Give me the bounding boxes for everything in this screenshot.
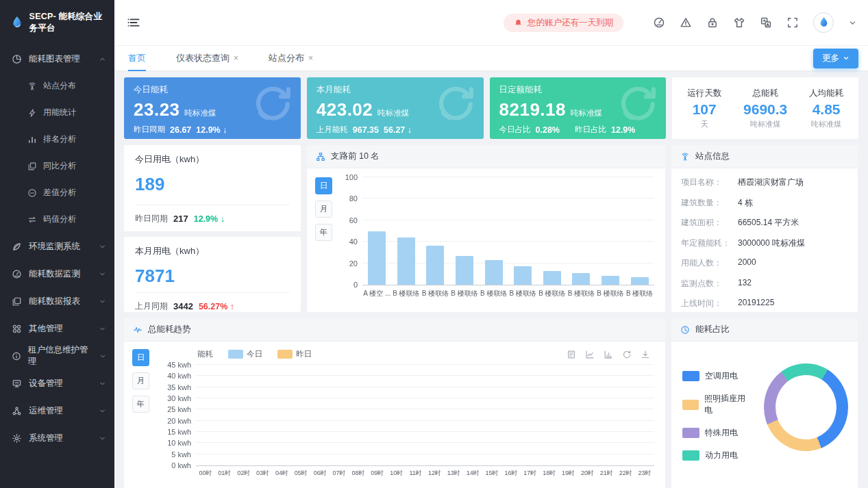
sidebar-item-energy-data-monitoring[interactable]: 能耗数据监测 (0, 260, 114, 287)
kpi-value: 23.23 (134, 99, 180, 120)
line-chart-icon[interactable] (585, 350, 595, 359)
bar[interactable] (602, 276, 619, 285)
sidebar-item-station-distribution[interactable]: 站点分布 (0, 73, 114, 99)
data-view-icon[interactable] (567, 350, 576, 359)
bar[interactable] (397, 237, 415, 285)
bar[interactable] (543, 271, 561, 285)
x-tick-label: 01时 (215, 469, 234, 478)
trend-up-arrow: ↑ (230, 302, 234, 311)
sidebar-item-ops-management[interactable]: 运维管理 (0, 397, 114, 424)
stat-value: 107 (687, 101, 721, 118)
refresh-icon[interactable] (622, 350, 632, 359)
x-tick-label: 08时 (349, 469, 368, 478)
app-title: SECP- 能耗综合业务平台 (29, 11, 108, 34)
bar-chart-icon[interactable] (604, 350, 613, 359)
sidebar-item-tenant-info[interactable]: 租户信息维护管理 (0, 342, 114, 370)
sidebar-item-energy-stats[interactable]: 用能统计 (0, 99, 114, 126)
chevron-down-icon[interactable] (848, 18, 857, 27)
y-tick-label: 30 kwh (167, 394, 196, 402)
month-electricity-card: 本月用电（kwh） 7871 上月同期344256.27% ↑ (124, 237, 301, 312)
branch-x-labels: A 楼空 ...B 楼联络B 楼联络B 楼联络B 楼联络B 楼联络B 楼联络B … (362, 289, 654, 298)
info-label: 年定额能耗： (681, 237, 738, 249)
chevron-down-icon (99, 352, 106, 360)
legend-lighting[interactable]: 照明插座用电 (682, 393, 752, 416)
collapse-menu-icon[interactable] (127, 16, 140, 29)
sidebar-item-code-analysis[interactable]: 码值分析 (0, 206, 114, 233)
legend-hvac[interactable]: 空调用电 (682, 370, 752, 382)
kpi-value: 8219.18 (499, 99, 566, 120)
x-tick-label: 21时 (597, 469, 616, 478)
sidebar-item-label: 设备管理 (29, 378, 63, 389)
monitor-icon (12, 378, 22, 389)
sub-label: 昨日同期 (135, 213, 168, 224)
x-tick-label: 18时 (540, 469, 559, 478)
x-tick-label: 05时 (291, 469, 310, 478)
info-value: 2000 (738, 257, 756, 269)
summary-stats-card: 运行天数 107 天 总能耗 9690.3 吨标准煤 人均能耗 4.85 吨标准… (672, 77, 858, 139)
toggle-month[interactable]: 月 (132, 372, 149, 389)
bar[interactable] (368, 231, 386, 285)
legend-special[interactable]: 特殊用电 (682, 427, 752, 439)
dashboard-icon[interactable] (653, 16, 665, 29)
sidebar-item-energy-reports[interactable]: 能耗数据报表 (0, 287, 114, 315)
download-icon[interactable] (641, 350, 650, 359)
legend-yesterday[interactable]: 昨日 (277, 349, 312, 359)
bar[interactable] (572, 273, 590, 285)
more-button[interactable]: 更多 (813, 49, 858, 68)
station-info-row: 项目名称：栖霞湖滨财富广场 (681, 177, 848, 188)
account-expiry-notice[interactable]: 您的账户还有一天到期 (504, 14, 623, 32)
bar[interactable] (485, 260, 503, 285)
bar[interactable] (426, 246, 444, 285)
toggle-day[interactable]: 日 (315, 177, 332, 194)
info-label: 建筑数量： (681, 197, 738, 209)
sidebar-item-label: 码值分析 (43, 214, 76, 225)
tab-home[interactable]: 首页 (128, 46, 146, 70)
tab-station-distribution[interactable]: 站点分布 × (269, 46, 313, 70)
language-icon[interactable] (760, 16, 772, 29)
legend-today[interactable]: 今日 (228, 349, 262, 359)
sidebar-item-environment-monitoring[interactable]: 环境监测系统 (0, 233, 114, 260)
x-tick-label: 20时 (578, 469, 597, 478)
bar[interactable] (514, 266, 532, 285)
sidebar-item-label: 同比分析 (43, 160, 76, 172)
x-tick-label: 14时 (463, 469, 482, 478)
info-icon (12, 351, 21, 361)
warning-icon[interactable] (680, 16, 692, 29)
toggle-year[interactable]: 年 (315, 224, 332, 241)
toggle-year[interactable]: 年 (132, 396, 149, 413)
fullscreen-icon[interactable] (786, 16, 799, 29)
theme-shirt-icon[interactable] (733, 16, 745, 29)
tab-meter-status[interactable]: 仪表状态查询 × (176, 46, 238, 70)
toggle-month[interactable]: 月 (315, 201, 332, 218)
x-tick-label: 11时 (406, 469, 425, 478)
sidebar-item-difference-analysis[interactable]: 差值分析 (0, 179, 114, 206)
energy-share-donut-chart[interactable] (764, 363, 848, 451)
close-tab-icon[interactable]: × (308, 53, 313, 63)
stat-per-capita-energy: 人均能耗 4.85 吨标准煤 (809, 88, 843, 129)
close-tab-icon[interactable]: × (234, 53, 238, 63)
kpi-title: 本月能耗 (317, 84, 474, 96)
avatar[interactable] (813, 12, 834, 33)
toggle-day[interactable]: 日 (132, 349, 149, 366)
branch-bar-chart[interactable]: 020406080100 (362, 177, 654, 285)
lock-icon[interactable] (706, 16, 719, 29)
bar[interactable] (631, 277, 649, 285)
sidebar-item-energy-charts[interactable]: 能耗图表管理 (0, 45, 114, 73)
bar[interactable] (456, 256, 473, 285)
branch-top10-panel: 支路前 10 名 日 月 年 020406080100 A 楼空 ...B 楼联… (307, 145, 665, 312)
legend-power[interactable]: 动力用电 (682, 450, 752, 461)
y-tick-label: 40 (349, 237, 362, 246)
divider (135, 205, 290, 205)
sidebar-item-device-management[interactable]: 设备管理 (0, 370, 114, 397)
y-tick-label: 0 kwh (171, 461, 196, 470)
trend-bar-chart[interactable]: 0 kwh5 kwh10 kwh15 kwh20 kwh25 kwh30 kwh… (196, 365, 654, 466)
y-tick-label: 60 (349, 216, 362, 224)
sidebar-item-other-management[interactable]: 其他管理 (0, 315, 114, 342)
info-label: 项目名称： (681, 177, 738, 188)
sidebar-item-system-management[interactable]: 系统管理 (0, 424, 114, 452)
swap-icon (27, 215, 37, 224)
panel-title: 支路前 10 名 (331, 151, 380, 162)
kpi-card-daily-quota-energy: 日定额能耗 8219.18吨标准煤 今日占比0.28%昨日占比12.9% (490, 77, 667, 139)
sidebar-item-yoy-analysis[interactable]: 同比分析 (0, 153, 114, 179)
sidebar-item-ranking-analysis[interactable]: 排名分析 (0, 126, 114, 153)
